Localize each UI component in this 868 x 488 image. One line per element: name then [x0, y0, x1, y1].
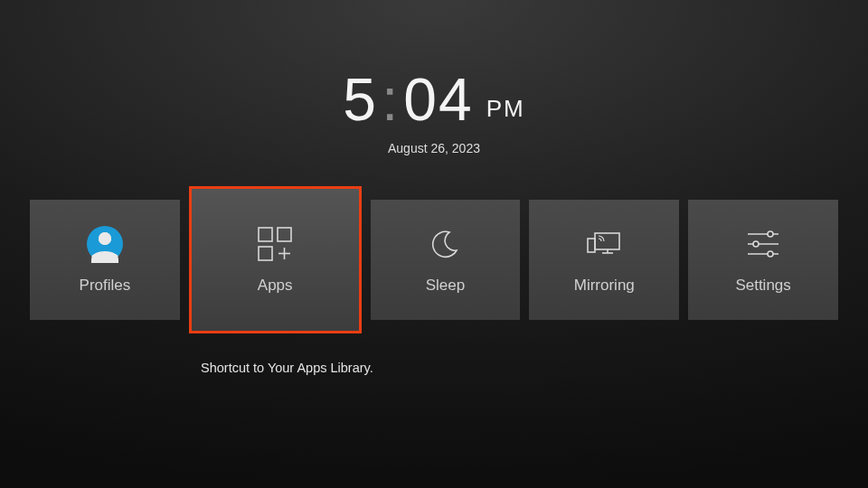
- clock-minute: 04: [403, 66, 473, 133]
- tile-apps[interactable]: Apps: [189, 186, 362, 333]
- svg-point-16: [768, 231, 773, 237]
- mirroring-icon: [586, 226, 622, 262]
- svg-rect-12: [588, 239, 595, 252]
- tile-label: Apps: [258, 277, 293, 295]
- clock-date: August 26, 2023: [0, 141, 868, 155]
- clock-colon: :: [378, 66, 403, 133]
- svg-rect-6: [259, 247, 272, 260]
- svg-rect-4: [259, 228, 272, 241]
- tile-settings[interactable]: Settings: [688, 200, 838, 320]
- svg-point-18: [768, 251, 773, 257]
- tile-sleep[interactable]: Sleep: [371, 200, 521, 320]
- clock-hour: 5: [343, 66, 378, 133]
- apps-grid-icon: [255, 226, 295, 262]
- clock-area: 5:04 PM August 26, 2023: [0, 0, 868, 155]
- sliders-icon: [746, 226, 780, 262]
- tile-label: Settings: [735, 277, 790, 295]
- tile-label: Profiles: [80, 277, 131, 295]
- svg-rect-5: [278, 228, 291, 241]
- moon-icon: [429, 226, 460, 262]
- svg-point-17: [753, 241, 759, 247]
- tile-tooltip: Shortcut to Your Apps Library.: [201, 361, 373, 375]
- quick-settings-tiles: Profiles Apps Sleep: [30, 200, 838, 320]
- tile-profiles[interactable]: Profiles: [30, 200, 180, 320]
- tile-label: Sleep: [426, 277, 465, 295]
- clock-meridiem: PM: [486, 95, 525, 123]
- svg-point-3: [99, 232, 111, 245]
- clock-time: 5:04: [343, 65, 473, 134]
- tile-mirroring[interactable]: Mirroring: [529, 200, 679, 320]
- profiles-icon: [86, 226, 124, 262]
- tile-label: Mirroring: [574, 277, 635, 295]
- clock: 5:04 PM: [343, 65, 524, 134]
